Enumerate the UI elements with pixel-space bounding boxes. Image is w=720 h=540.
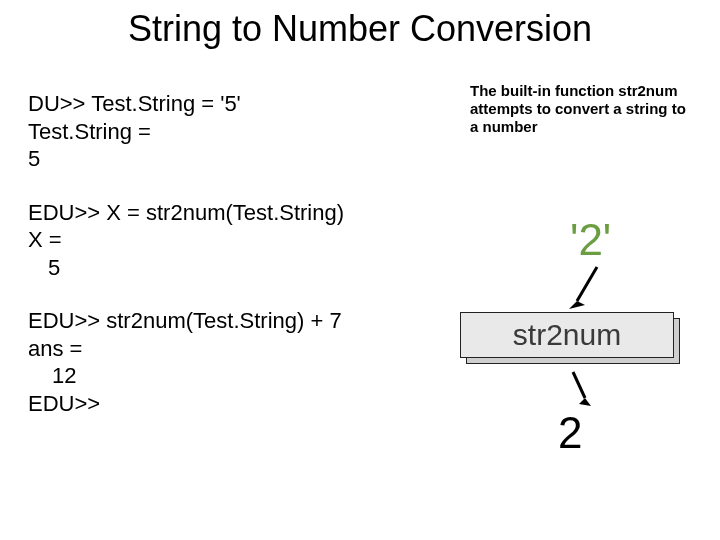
code-block-1: DU>> Test.String = '5' Test.String = 5 xyxy=(28,90,408,173)
code-line: Test.String = xyxy=(28,118,408,146)
page-title: String to Number Conversion xyxy=(0,0,720,70)
code-line: 12 xyxy=(28,362,408,390)
code-line: DU>> Test.String = '5' xyxy=(28,90,408,118)
arrow-down-icon xyxy=(555,370,615,410)
diagram-output: 2 xyxy=(558,408,582,458)
svg-line-2 xyxy=(573,372,585,398)
code-line: ans = xyxy=(28,335,408,363)
arrow-down-icon xyxy=(555,265,615,315)
svg-line-0 xyxy=(577,267,597,301)
code-line: X = xyxy=(28,226,408,254)
function-label: str2num xyxy=(460,312,674,358)
code-line: 5 xyxy=(28,254,408,282)
code-block-2: EDU>> X = str2num(Test.String) X = 5 xyxy=(28,199,408,282)
function-box: str2num xyxy=(460,312,680,364)
description-note: The built-in function str2num attempts t… xyxy=(470,82,690,136)
code-line: 5 xyxy=(28,145,408,173)
code-column: DU>> Test.String = '5' Test.String = 5 E… xyxy=(28,90,408,417)
svg-marker-3 xyxy=(579,398,591,406)
svg-marker-1 xyxy=(569,301,585,309)
code-block-3: EDU>> str2num(Test.String) + 7 ans = 12 … xyxy=(28,307,408,417)
code-line: EDU>> str2num(Test.String) + 7 xyxy=(28,307,408,335)
diagram-input: '2' xyxy=(570,215,611,265)
code-line: EDU>> xyxy=(28,390,408,418)
code-line: EDU>> X = str2num(Test.String) xyxy=(28,199,408,227)
